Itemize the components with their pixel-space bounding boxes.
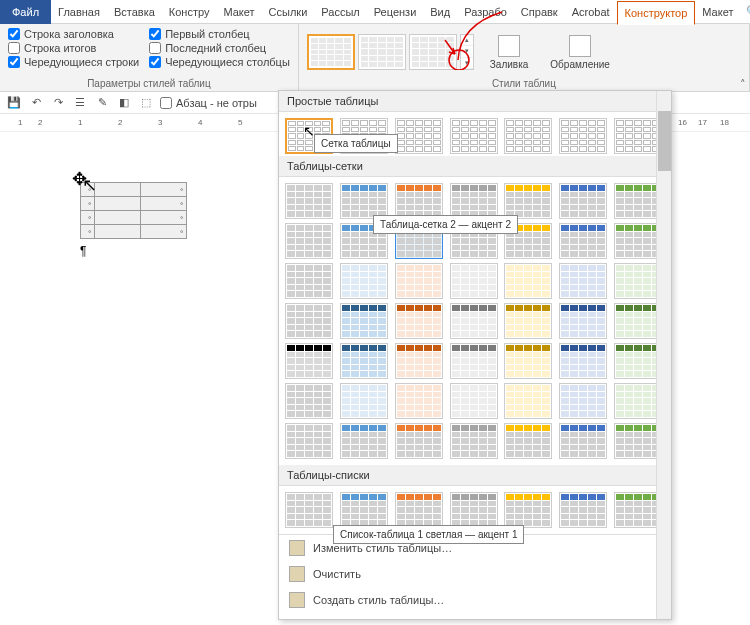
chk-header-row[interactable]: Строка заголовка — [8, 28, 139, 40]
style-option[interactable] — [340, 183, 388, 219]
style-thumb-1[interactable] — [307, 34, 355, 70]
style-option[interactable] — [340, 383, 388, 419]
style-option[interactable] — [285, 223, 333, 259]
style-option[interactable] — [504, 492, 552, 528]
style-option[interactable] — [559, 423, 607, 459]
qat-undo-icon[interactable]: ↶ — [28, 95, 44, 111]
chk-first-col[interactable]: Первый столбец — [149, 28, 290, 40]
style-option[interactable] — [340, 303, 388, 339]
gallery-scrollbar[interactable] — [656, 91, 671, 619]
tab-file[interactable]: Файл — [0, 0, 51, 24]
tab-insert[interactable]: Вставка — [107, 0, 162, 24]
style-option[interactable] — [395, 303, 443, 339]
qat-redo-icon[interactable]: ↷ — [50, 95, 66, 111]
qat-btn-6[interactable]: ◧ — [116, 95, 132, 111]
style-option[interactable] — [614, 383, 662, 419]
style-option[interactable] — [450, 303, 498, 339]
chk-banded-cols[interactable]: Чередующиеся столбцы — [149, 56, 290, 68]
style-option[interactable] — [614, 223, 662, 259]
style-option[interactable] — [614, 263, 662, 299]
group-label-options: Параметры стилей таблиц — [8, 76, 290, 91]
style-option[interactable] — [395, 383, 443, 419]
tab-constructor[interactable]: Конструктор — [617, 1, 696, 25]
style-option[interactable] — [559, 492, 607, 528]
style-option[interactable] — [395, 492, 443, 528]
group-table-options: Строка заголовка Строка итогов Чередующи… — [0, 24, 299, 91]
qat-btn-5[interactable]: ✎ — [94, 95, 110, 111]
style-option[interactable] — [450, 263, 498, 299]
style-option[interactable] — [450, 118, 498, 154]
tab-layout[interactable]: Макет — [216, 0, 261, 24]
style-option[interactable] — [450, 343, 498, 379]
menu-new-style[interactable]: Создать стиль таблицы… — [279, 587, 671, 613]
style-option[interactable] — [614, 343, 662, 379]
style-option[interactable] — [395, 423, 443, 459]
document-canvas[interactable]: ✥ ↖ ◦◦ ◦◦ ◦◦ ◦◦ ¶ — [0, 132, 280, 312]
style-option[interactable] — [285, 303, 333, 339]
style-option[interactable] — [504, 118, 552, 154]
style-option[interactable] — [614, 303, 662, 339]
style-option[interactable] — [285, 343, 333, 379]
style-option[interactable] — [504, 263, 552, 299]
style-option[interactable] — [504, 383, 552, 419]
chk-total-row[interactable]: Строка итогов — [8, 42, 139, 54]
style-option[interactable] — [285, 492, 333, 528]
tab-home[interactable]: Главная — [51, 0, 107, 24]
tab-table-layout[interactable]: Макет — [695, 0, 740, 24]
style-option[interactable] — [614, 118, 662, 154]
style-option[interactable] — [614, 492, 662, 528]
style-option[interactable] — [559, 343, 607, 379]
style-option[interactable] — [614, 423, 662, 459]
tab-mail[interactable]: Рассыл — [314, 0, 366, 24]
style-option[interactable] — [504, 303, 552, 339]
annotation-arrow-more — [435, 30, 475, 70]
style-option[interactable] — [504, 423, 552, 459]
tab-review[interactable]: Рецензи — [367, 0, 424, 24]
tooltip-list: Список-таблица 1 светлая — акцент 1 — [333, 525, 524, 544]
style-option[interactable] — [450, 423, 498, 459]
style-option[interactable] — [450, 183, 498, 219]
style-option[interactable] — [340, 423, 388, 459]
clear-icon — [289, 566, 305, 582]
style-option[interactable] — [559, 183, 607, 219]
section-list-tables: Таблицы-списки — [279, 465, 671, 486]
style-option[interactable] — [450, 492, 498, 528]
style-option[interactable] — [395, 183, 443, 219]
style-option[interactable] — [559, 383, 607, 419]
chk-last-col[interactable]: Последний столбец — [149, 42, 290, 54]
style-option[interactable] — [559, 303, 607, 339]
style-option[interactable] — [340, 343, 388, 379]
style-thumb-2[interactable] — [358, 34, 406, 70]
style-option[interactable] — [450, 383, 498, 419]
style-option[interactable] — [340, 263, 388, 299]
qat-save-icon[interactable]: 💾 — [6, 95, 22, 111]
style-option[interactable] — [559, 118, 607, 154]
search-box[interactable]: 🔍Поиск — [740, 5, 750, 18]
style-option[interactable] — [340, 492, 388, 528]
cursor-icon: ↖ — [82, 174, 97, 196]
tab-refs[interactable]: Ссылки — [262, 0, 315, 24]
style-option[interactable] — [504, 343, 552, 379]
tab-acrobat[interactable]: Acrobat — [565, 0, 617, 24]
tab-design[interactable]: Констру — [162, 0, 217, 24]
style-option[interactable] — [614, 183, 662, 219]
style-option[interactable] — [395, 343, 443, 379]
style-option[interactable] — [285, 183, 333, 219]
chk-banded-rows[interactable]: Чередующиеся строки — [8, 56, 139, 68]
menu-clear-style[interactable]: Очистить — [279, 561, 671, 587]
collapse-ribbon-icon[interactable]: ˄ — [740, 78, 746, 91]
ribbon-tabs: Файл Главная Вставка Констру Макет Ссылк… — [0, 0, 750, 24]
borders-button[interactable]: Обрамление — [544, 33, 616, 72]
style-option[interactable] — [395, 263, 443, 299]
style-option[interactable] — [285, 383, 333, 419]
tooltip-grid: Сетка таблицы — [314, 134, 398, 153]
qat-btn-7[interactable]: ⬚ — [138, 95, 154, 111]
qat-btn-4[interactable]: ☰ — [72, 95, 88, 111]
style-option[interactable] — [285, 423, 333, 459]
style-option[interactable] — [395, 118, 443, 154]
style-option[interactable] — [559, 263, 607, 299]
qat-paragraph-check[interactable]: Абзац - не отры — [160, 97, 257, 109]
style-option[interactable] — [559, 223, 607, 259]
style-option[interactable] — [504, 183, 552, 219]
style-option[interactable] — [285, 263, 333, 299]
